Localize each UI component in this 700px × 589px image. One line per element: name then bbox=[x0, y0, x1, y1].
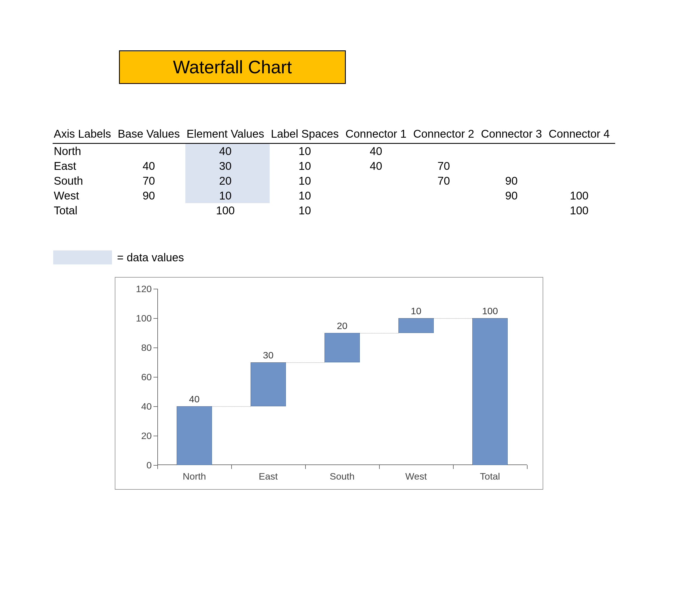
table-row: North401040 bbox=[53, 144, 615, 159]
table-cell bbox=[480, 203, 548, 218]
bar bbox=[324, 333, 360, 362]
table-cell: West bbox=[53, 188, 117, 203]
y-axis bbox=[157, 289, 158, 465]
y-tick bbox=[153, 465, 157, 465]
data-table: Axis Labels Base Values Element Values L… bbox=[53, 126, 647, 218]
y-tick-label: 120 bbox=[132, 283, 152, 294]
y-tick-label: 0 bbox=[132, 460, 152, 471]
col-header: Connector 1 bbox=[344, 126, 412, 144]
legend-swatch bbox=[53, 250, 112, 264]
x-tick bbox=[305, 465, 306, 469]
bar-value-label: 10 bbox=[411, 306, 421, 317]
table-cell bbox=[548, 144, 615, 159]
bar bbox=[177, 406, 212, 465]
legend: = data values bbox=[53, 250, 184, 264]
table-cell bbox=[480, 159, 548, 174]
table-cell: 100 bbox=[185, 203, 270, 218]
col-header: Connector 3 bbox=[480, 126, 548, 144]
table-row: West90101090100 bbox=[53, 188, 615, 203]
y-tick bbox=[153, 289, 157, 289]
y-tick-label: 80 bbox=[132, 342, 152, 353]
table-cell bbox=[412, 188, 480, 203]
x-tick-label: East bbox=[259, 471, 278, 482]
bar-value-label: 20 bbox=[337, 321, 347, 331]
table-cell: 10 bbox=[270, 188, 344, 203]
table-row: Total10010100 bbox=[53, 203, 615, 218]
table-cell: North bbox=[53, 144, 117, 159]
x-tick-label: North bbox=[182, 471, 206, 482]
bar bbox=[398, 318, 434, 333]
col-header: Connector 2 bbox=[412, 126, 480, 144]
bar-value-label: 40 bbox=[189, 394, 199, 405]
y-tick-label: 100 bbox=[132, 313, 152, 324]
table-cell: 30 bbox=[185, 159, 270, 174]
table-cell: 70 bbox=[412, 174, 480, 188]
table-cell: 90 bbox=[480, 188, 548, 203]
y-tick bbox=[153, 348, 157, 348]
table-cell bbox=[548, 159, 615, 174]
table-cell: 90 bbox=[480, 174, 548, 188]
table-cell: 10 bbox=[270, 174, 344, 188]
table-cell: 40 bbox=[117, 159, 186, 174]
table-cell bbox=[548, 174, 615, 188]
x-tick-label: West bbox=[405, 471, 427, 482]
page-title: Waterfall Chart bbox=[119, 50, 346, 84]
legend-label: = data values bbox=[117, 251, 184, 264]
col-header: Label Spaces bbox=[270, 126, 344, 144]
table-cell bbox=[412, 144, 480, 159]
x-tick bbox=[379, 465, 380, 469]
table-cell bbox=[117, 144, 186, 159]
connector-line bbox=[360, 333, 398, 334]
y-tick-label: 40 bbox=[132, 401, 152, 412]
x-axis bbox=[157, 464, 527, 465]
table-cell: 20 bbox=[185, 174, 270, 188]
bar bbox=[472, 318, 508, 465]
bar bbox=[251, 362, 286, 407]
x-tick bbox=[453, 465, 454, 469]
col-header: Element Values bbox=[185, 126, 270, 144]
table-cell bbox=[480, 144, 548, 159]
table-cell bbox=[344, 203, 412, 218]
table-cell bbox=[117, 203, 186, 218]
table-cell: East bbox=[53, 159, 117, 174]
table-cell: Total bbox=[53, 203, 117, 218]
connector-line bbox=[212, 406, 250, 407]
bar-value-label: 100 bbox=[482, 306, 498, 317]
table-cell: 10 bbox=[270, 159, 344, 174]
y-tick bbox=[153, 318, 157, 319]
x-tick bbox=[157, 465, 158, 469]
table-row: South7020107090 bbox=[53, 174, 615, 188]
connector-line bbox=[286, 362, 324, 363]
y-tick-label: 60 bbox=[132, 372, 152, 383]
col-header: Axis Labels bbox=[53, 126, 117, 144]
table-cell: 10 bbox=[185, 188, 270, 203]
x-tick-label: Total bbox=[480, 471, 500, 482]
y-tick bbox=[153, 377, 157, 377]
x-tick bbox=[527, 465, 528, 469]
table-cell: 100 bbox=[548, 188, 615, 203]
connector-line bbox=[434, 318, 472, 319]
table-cell bbox=[412, 203, 480, 218]
bar-value-label: 30 bbox=[263, 350, 274, 361]
col-header: Connector 4 bbox=[548, 126, 615, 144]
y-tick-label: 20 bbox=[132, 430, 152, 441]
table-cell bbox=[344, 188, 412, 203]
col-header: Base Values bbox=[117, 126, 186, 144]
table-cell: 100 bbox=[548, 203, 615, 218]
table-cell: 90 bbox=[117, 188, 186, 203]
y-tick bbox=[153, 406, 157, 407]
table-row: East4030104070 bbox=[53, 159, 615, 174]
table-cell: 70 bbox=[117, 174, 186, 188]
x-tick bbox=[231, 465, 232, 469]
table-cell: 10 bbox=[270, 203, 344, 218]
x-tick-label: South bbox=[330, 471, 355, 482]
table-cell: South bbox=[53, 174, 117, 188]
y-tick bbox=[153, 436, 157, 436]
table-cell: 40 bbox=[344, 159, 412, 174]
waterfall-chart: 020406080100120NorthEastSouthWestTotal40… bbox=[115, 277, 543, 490]
table-cell: 70 bbox=[412, 159, 480, 174]
table-cell: 40 bbox=[185, 144, 270, 159]
table-cell: 10 bbox=[270, 144, 344, 159]
table-cell bbox=[344, 174, 412, 188]
table-cell: 40 bbox=[344, 144, 412, 159]
